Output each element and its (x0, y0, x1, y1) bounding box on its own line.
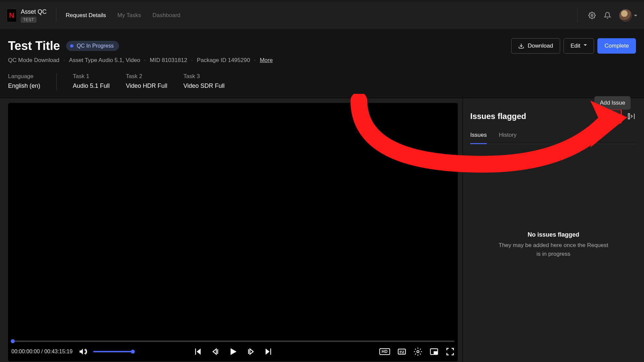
avatar (619, 9, 632, 22)
brand-title: Asset QC (21, 8, 47, 15)
settings-icon[interactable] (588, 12, 596, 19)
meta-more-link[interactable]: More (260, 57, 273, 64)
skip-back-icon[interactable] (193, 347, 203, 356)
svg-marker-9 (265, 349, 269, 355)
issues-sidebar: Add Issue Issues flagged Issues History … (463, 98, 644, 362)
svg-rect-3 (195, 349, 196, 355)
svg-point-0 (591, 14, 593, 16)
volume-slider[interactable] (93, 351, 133, 352)
meta-row: QC Mode Download · Asset Type Audio 5.1,… (8, 57, 636, 64)
complete-button[interactable]: Complete (597, 38, 636, 54)
user-menu[interactable] (619, 9, 637, 22)
bell-icon[interactable] (604, 12, 611, 19)
nav-my-tasks[interactable]: My Tasks (117, 12, 141, 19)
add-issue-tooltip: Add Issue (594, 96, 631, 110)
player-controls: 00:00:00:00 / 00:43:15:19 (8, 342, 458, 361)
skip-forward-icon[interactable] (264, 347, 273, 356)
svg-rect-17 (628, 114, 630, 119)
frame-forward-icon[interactable] (247, 348, 255, 356)
top-navbar: N Asset QC TEST Request Details My Tasks… (0, 0, 644, 29)
page-title: Test Title (8, 39, 60, 53)
svg-marker-6 (230, 348, 236, 355)
sidebar-title: Issues flagged (470, 112, 526, 121)
empty-subtitle: They may be added here once the Request … (496, 241, 610, 258)
empty-title: No issues flagged (528, 231, 579, 238)
svg-rect-10 (270, 349, 271, 355)
volume-icon[interactable] (78, 347, 87, 356)
edit-button[interactable]: Edit (564, 38, 594, 54)
brand: N Asset QC TEST (7, 8, 47, 23)
brand-logo: N (7, 9, 17, 22)
download-icon (518, 43, 524, 49)
nav-request-details[interactable]: Request Details (66, 12, 106, 19)
timecode: 00:00:00:00 / 00:43:15:19 (11, 349, 72, 355)
chevron-down-icon (634, 15, 637, 18)
info-row: Language English (en) Task 1 Audio 5.1 F… (8, 73, 636, 98)
download-button[interactable]: Download (511, 38, 560, 54)
hd-badge[interactable]: HD (379, 348, 390, 355)
video-player: 00:00:00:00 / 00:43:15:19 (8, 103, 458, 361)
captions-icon[interactable] (397, 347, 406, 356)
collapse-sidebar-button[interactable] (626, 111, 637, 122)
nav-divider (56, 8, 56, 22)
svg-rect-14 (434, 352, 437, 354)
svg-marker-4 (213, 349, 216, 354)
plus-icon (611, 113, 618, 120)
player-settings-icon[interactable] (414, 347, 422, 356)
empty-state: No issues flagged They may be added here… (470, 131, 637, 359)
svg-marker-2 (197, 349, 201, 355)
meta-qc-mode: QC Mode Download (8, 57, 59, 64)
content: 00:00:00:00 / 00:43:15:19 (0, 98, 644, 362)
info-task3: Task 3 Video SDR Full (183, 73, 225, 89)
brand-badge: TEST (21, 17, 37, 23)
info-language: Language English (en) (8, 73, 40, 89)
meta-mid: MID 81031812 (150, 57, 187, 64)
pip-icon[interactable] (430, 347, 438, 356)
frame-back-icon[interactable] (211, 348, 219, 356)
meta-asset-type: Asset Type Audio 5.1, Video (69, 57, 140, 64)
add-issue-button[interactable] (607, 109, 622, 124)
info-task1: Task 1 Audio 5.1 Full (73, 73, 110, 89)
page-header: Test Title QC In Progress Download Edit … (0, 29, 644, 98)
svg-point-12 (417, 351, 419, 353)
nav-dashboard[interactable]: Dashboard (153, 12, 180, 19)
meta-package-id: Package ID 1495290 (197, 57, 250, 64)
svg-marker-7 (250, 349, 253, 354)
chevron-down-icon (584, 43, 587, 49)
collapse-icon (627, 112, 635, 120)
topbar-divider (577, 8, 578, 22)
video-canvas[interactable] (8, 103, 458, 341)
status-dot-icon (70, 44, 73, 48)
fullscreen-icon[interactable] (446, 347, 454, 356)
status-badge: QC In Progress (66, 41, 119, 51)
nav-items: Request Details My Tasks Dashboard (66, 12, 180, 19)
play-icon[interactable] (228, 347, 238, 357)
status-text: QC In Progress (77, 43, 114, 49)
info-task2: Task 2 Video HDR Full (126, 73, 167, 89)
